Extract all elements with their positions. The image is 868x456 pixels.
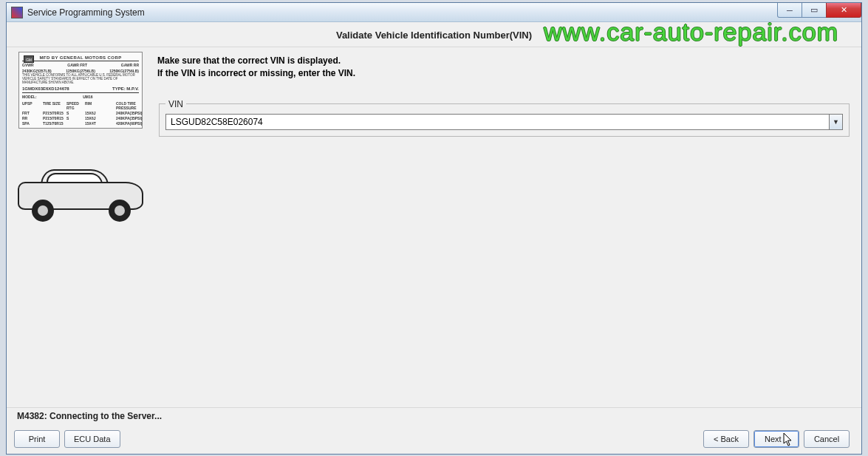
close-button[interactable]: ✕ [826, 3, 861, 18]
titlebar: Service Programming System ─ ▭ ✕ [7, 3, 861, 22]
side-illustrations: GM MFD BY GENERAL MOTORS CORP GVWRGAWR F… [7, 47, 154, 407]
vin-legend: VIN [165, 99, 186, 109]
chevron-down-icon: ▼ [833, 118, 839, 126]
car-illustration [14, 166, 147, 225]
minimize-button[interactable]: ─ [777, 3, 802, 18]
status-message: M4382: Connecting to the Server... [7, 408, 861, 426]
vin-label-illustration: GM MFD BY GENERAL MOTORS CORP GVWRGAWR F… [18, 52, 143, 129]
app-icon [11, 7, 23, 18]
main-window: Service Programming System ─ ▭ ✕ Validat… [6, 2, 862, 455]
instruction-line: Make sure that the correct VIN is displa… [157, 55, 851, 67]
vin-input[interactable] [165, 114, 830, 130]
print-button[interactable]: Print [14, 430, 60, 448]
instructions: Make sure that the correct VIN is displa… [157, 55, 851, 80]
vin-combobox: ▼ [165, 114, 843, 130]
window-controls: ─ ▭ ✕ [778, 3, 861, 18]
maximize-button[interactable]: ▭ [802, 3, 827, 18]
instruction-line: If the VIN is incorrect or missing, ente… [157, 67, 851, 80]
back-button[interactable]: < Back [703, 430, 749, 448]
ecu-data-button[interactable]: ECU Data [64, 430, 120, 448]
vin-dropdown-button[interactable]: ▼ [830, 114, 843, 130]
window-title: Service Programming System [27, 7, 145, 18]
next-button[interactable]: Next > [753, 430, 799, 448]
footer-bar: Print ECU Data < Back Next > Cancel [7, 426, 861, 454]
content-area: GM MFD BY GENERAL MOTORS CORP GVWRGAWR F… [7, 47, 861, 408]
client-area: Validate Vehicle Identification Number(V… [7, 22, 861, 454]
cancel-button[interactable]: Cancel [804, 430, 850, 448]
main-panel: Make sure that the correct VIN is displa… [154, 47, 861, 407]
page-heading: Validate Vehicle Identification Number(V… [7, 22, 861, 47]
vin-fieldset: VIN ▼ [159, 99, 850, 137]
